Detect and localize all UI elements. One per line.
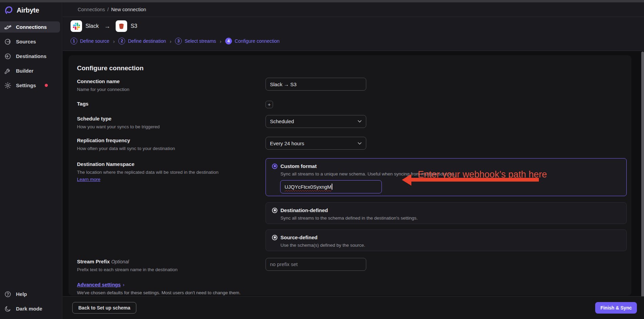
custom-format-radio[interactable]	[272, 164, 277, 169]
s3-logo-badge	[116, 20, 127, 32]
airbyte-app: Airbyte Connections Sources Destinations	[0, 0, 644, 319]
sidebar-item-connections[interactable]: Connections	[0, 21, 60, 33]
step-select-streams[interactable]: 3 Select streams	[175, 38, 216, 44]
destination-name: S3	[131, 23, 137, 29]
annotation-arrow-shaft	[411, 178, 539, 182]
slack-logo-badge	[71, 20, 82, 32]
stream-prefix-input[interactable]	[266, 258, 366, 271]
connection-header: Slack → S3 1 Define source ›	[63, 17, 644, 51]
builder-wrench-icon	[4, 67, 12, 75]
replication-frequency-row: Replication frequency How often your dat…	[77, 137, 627, 152]
connections-icon	[4, 23, 12, 31]
replication-frequency-select[interactable]: Every 24 hours	[266, 137, 366, 150]
tags-row: Tags +	[77, 100, 627, 108]
sidebar-footer: Help Dark mode	[0, 285, 62, 314]
source-defined-radio[interactable]	[272, 235, 277, 240]
chevron-down-icon	[357, 142, 362, 145]
schedule-type-label: Schedule type	[77, 116, 266, 121]
main-area: Connections / New connection Slack →	[63, 2, 644, 319]
s3-bucket-icon	[118, 22, 125, 30]
sidebar-item-label: Settings	[16, 82, 36, 88]
source-name: Slack	[85, 23, 99, 29]
breadcrumb-separator: /	[108, 7, 109, 12]
footer-bar: Back to Set up schema Finish & Sync	[63, 296, 644, 319]
source-defined-title: Source-defined	[280, 234, 317, 240]
destination-defined-title: Destination-defined	[280, 207, 328, 213]
chevron-right-icon: ›	[170, 38, 171, 44]
chevron-right-icon: ›	[123, 282, 124, 287]
schedule-type-value: Scheduled	[270, 118, 294, 124]
schedule-type-select[interactable]: Scheduled	[266, 115, 366, 128]
stream-prefix-row: Stream Prefix Optional Prefix text to ea…	[77, 258, 627, 273]
step-number: 1	[71, 38, 77, 44]
source-defined-option[interactable]: Source-defined Use the schema(s) defined…	[266, 229, 627, 251]
chevron-down-icon	[357, 120, 362, 123]
chevron-right-icon: ›	[220, 38, 221, 44]
dark-mode-toggle[interactable]: Dark mode	[0, 303, 60, 314]
destination-defined-desc: Sync all streams to the schema defined i…	[280, 215, 620, 221]
destination-namespace-desc: The location where the replicated data w…	[77, 169, 266, 175]
help-button[interactable]: Help	[0, 288, 60, 300]
stream-prefix-desc: Prefix text to each stream name in the d…	[77, 267, 266, 273]
airbyte-logo-icon	[3, 5, 14, 15]
step-define-source[interactable]: 1 Define source	[71, 38, 109, 44]
chevron-right-icon: ›	[113, 38, 115, 44]
replication-frequency-desc: How often your data will sync to your de…	[77, 146, 266, 152]
breadcrumb-current: New connection	[111, 7, 146, 12]
connection-name-label: Connection name	[77, 78, 266, 84]
custom-format-value: UJQYcFtcx0SyxngM	[285, 184, 331, 190]
destinations-icon	[4, 53, 12, 60]
breadcrumb-connections-link[interactable]: Connections	[78, 7, 105, 12]
add-tag-button[interactable]: +	[266, 101, 273, 108]
brand-name: Airbyte	[17, 6, 39, 14]
settings-gear-icon	[4, 82, 12, 89]
brand[interactable]: Airbyte	[0, 2, 62, 18]
connector-pair: Slack → S3	[71, 20, 644, 32]
finish-and-sync-button[interactable]: Finish & Sync	[595, 302, 637, 314]
sidebar-item-label: Destinations	[16, 53, 46, 59]
sidebar-item-sources[interactable]: Sources	[0, 36, 60, 47]
schedule-type-desc: How you want your syncs to be triggered	[77, 124, 266, 130]
sidebar-item-label: Connections	[16, 24, 47, 30]
scrollbar-thumb[interactable]	[641, 52, 644, 316]
sidebar: Airbyte Connections Sources Destinations	[0, 2, 62, 319]
wizard-stepper: 1 Define source › 2 Define destination ›…	[71, 38, 644, 44]
step-define-destination[interactable]: 2 Define destination	[118, 38, 166, 44]
sidebar-item-builder[interactable]: Builder	[0, 65, 60, 76]
connection-name-input[interactable]	[266, 78, 366, 91]
dark-mode-label: Dark mode	[16, 306, 42, 312]
tags-label: Tags	[77, 101, 266, 107]
sidebar-item-label: Builder	[16, 68, 34, 74]
sidebar-item-destinations[interactable]: Destinations	[0, 51, 60, 62]
window-top-strip	[0, 0, 644, 2]
arrow-right-icon: →	[104, 23, 110, 30]
source-defined-desc: Use the schema(s) defined by the source.	[280, 243, 620, 248]
destination-namespace-label: Destination Namespace	[77, 161, 266, 167]
destination-defined-option[interactable]: Destination-defined Sync all streams to …	[266, 202, 627, 224]
destination-defined-radio[interactable]	[272, 208, 277, 213]
help-icon	[4, 290, 12, 298]
stream-prefix-optional: Optional	[111, 259, 129, 264]
advanced-settings-desc: We've chosen defaults for these settings…	[77, 290, 627, 295]
slack-icon	[73, 23, 80, 30]
advanced-settings-link[interactable]: Advanced settings	[77, 282, 121, 287]
custom-format-input[interactable]: UJQYcFtcx0SyxngM	[280, 180, 382, 193]
replication-frequency-label: Replication frequency	[77, 137, 266, 143]
text-caret	[332, 184, 332, 190]
schedule-type-row: Schedule type How you want your syncs to…	[77, 115, 627, 130]
step-number: 4	[225, 38, 232, 44]
content-area: Configure connection Connection name Nam…	[63, 51, 644, 319]
page-title: Configure connection	[77, 64, 627, 72]
breadcrumb: Connections / New connection	[63, 2, 644, 17]
sidebar-item-label: Sources	[16, 39, 36, 44]
stream-prefix-label: Stream Prefix	[77, 259, 110, 264]
sidebar-item-settings[interactable]: Settings	[0, 80, 60, 91]
help-label: Help	[16, 291, 27, 297]
connection-name-row: Connection name Name for your connection	[77, 78, 627, 93]
step-label: Select streams	[184, 38, 216, 44]
learn-more-link[interactable]: Learn more	[77, 177, 100, 182]
back-to-schema-button[interactable]: Back to Set up schema	[72, 302, 136, 314]
plus-icon: +	[268, 101, 271, 107]
step-label: Configure connection	[235, 38, 279, 44]
step-configure-connection[interactable]: 4 Configure connection	[225, 38, 279, 44]
